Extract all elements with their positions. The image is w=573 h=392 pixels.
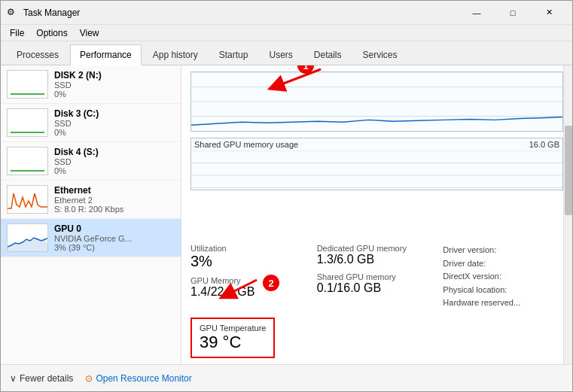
tab-app-history[interactable]: App history xyxy=(143,44,208,65)
tab-bar: Processes Performance App history Startu… xyxy=(1,41,572,65)
gpu-memory-label: GPU Memory xyxy=(190,276,311,285)
ethernet-name: Ethernet xyxy=(54,185,175,196)
tab-performance[interactable]: Performance xyxy=(70,44,142,65)
disk4-info: Disk 4 (S:) SSD 0% xyxy=(54,147,175,175)
menu-options[interactable]: Options xyxy=(30,25,73,41)
ethernet-info: Ethernet Ethernet 2 S: 8.0 R: 200 Kbps xyxy=(54,185,175,214)
dedicated-gpu-label: Dedicated GPU memory xyxy=(317,244,437,253)
menu-file[interactable]: File xyxy=(4,25,30,41)
maximize-button[interactable]: □ xyxy=(495,1,530,25)
disk3-pct: 0% xyxy=(54,128,175,137)
gpu0-pct: 3% (39 °C) xyxy=(54,243,175,252)
window-title: Task Manager xyxy=(23,8,80,18)
shared-gpu-label: Shared GPU memory xyxy=(317,272,437,281)
chevron-up-icon: ∨ xyxy=(10,373,17,384)
tab-startup[interactable]: Startup xyxy=(209,44,258,65)
ethernet-thumbnail xyxy=(7,185,48,214)
dedicated-gpu-value: 1.3/6.0 GB xyxy=(317,253,437,266)
disk2-pct: 0% xyxy=(54,90,175,99)
disk4-thumbnail xyxy=(7,147,48,175)
disk2-name: DISK 2 (N:) xyxy=(54,70,175,81)
main-panel: Shared GPU memory usage 16.0 GB Utilizat… xyxy=(181,65,572,364)
tab-users[interactable]: Users xyxy=(259,44,302,65)
sidebar-item-disk4[interactable]: Disk 4 (S:) SSD 0% xyxy=(1,142,181,181)
shared-gpu-memory-chart: Shared GPU memory usage 16.0 GB xyxy=(190,138,563,190)
menu-view[interactable]: View xyxy=(74,25,105,41)
shared-gpu-value: 0.1/16.0 GB xyxy=(317,281,437,295)
scrollbar-thumb[interactable] xyxy=(565,126,572,215)
disk2-thumbnail xyxy=(7,70,48,99)
disk3-thumbnail xyxy=(7,108,48,137)
sidebar-item-disk3[interactable]: Disk 3 (C:) SSD 0% xyxy=(1,104,181,142)
title-bar-left: ⚙ Task Manager xyxy=(7,7,80,19)
sidebar-item-gpu0[interactable]: GPU 0 NVIDIA GeForce G... 3% (39 °C) xyxy=(1,219,181,257)
fewer-details-label: Fewer details xyxy=(20,373,73,384)
open-resource-monitor-label: Open Resource Monitor xyxy=(96,373,191,384)
menu-bar: File Options View xyxy=(1,25,572,41)
stats-row: Utilization 3% GPU Memory 1.4/22.0 GB De… xyxy=(190,244,563,310)
footer: ∨ Fewer details ⊙ Open Resource Monitor xyxy=(1,364,572,391)
driver-date: Driver date: xyxy=(443,257,563,271)
gpu0-sub1: NVIDIA GeForce G... xyxy=(54,234,175,243)
fewer-details-button[interactable]: ∨ Fewer details xyxy=(10,373,73,384)
utilization-label: Utilization xyxy=(190,244,311,253)
gpu-thumbnail xyxy=(7,223,48,252)
sidebar-item-disk2[interactable]: DISK 2 (N:) SSD 0% xyxy=(1,65,181,104)
hw-reserved: Hardware reserved... xyxy=(443,296,563,310)
gpu-temp-box: GPU Temperature 39 °C xyxy=(190,318,275,358)
gpu-memory-value: 1.4/22.0 GB xyxy=(190,285,311,299)
utilization-value: 3% xyxy=(190,253,311,270)
gpu-temp-value: 39 °C xyxy=(200,333,266,352)
minimize-button[interactable]: — xyxy=(459,1,494,25)
window-controls: — □ ✕ xyxy=(459,1,566,25)
disk3-info: Disk 3 (C:) SSD 0% xyxy=(54,108,175,137)
tab-services[interactable]: Services xyxy=(353,44,407,65)
gpu-memory-stat: Dedicated GPU memory 1.3/6.0 GB Shared G… xyxy=(317,244,437,310)
ethernet-sub1: Ethernet 2 xyxy=(54,196,175,205)
app-icon: ⚙ xyxy=(7,7,19,19)
driver-info-block: Driver version: Driver date: DirectX ver… xyxy=(443,244,563,310)
ethernet-pct: S: 8.0 R: 200 Kbps xyxy=(54,205,175,214)
disk2-sub1: SSD xyxy=(54,81,175,90)
vertical-scrollbar[interactable] xyxy=(563,65,572,364)
disk4-name: Disk 4 (S:) xyxy=(54,147,175,157)
driver-version: Driver version: xyxy=(443,244,563,257)
disk3-name: Disk 3 (C:) xyxy=(54,108,175,119)
utilization-stat: Utilization 3% GPU Memory 1.4/22.0 GB xyxy=(190,244,311,310)
task-manager-window: ⚙ Task Manager — □ ✕ File Options View P… xyxy=(0,0,573,392)
disk3-sub1: SSD xyxy=(54,119,175,128)
gpu-utilization-chart xyxy=(190,71,563,132)
sidebar-item-ethernet[interactable]: Ethernet Ethernet 2 S: 8.0 R: 200 Kbps xyxy=(1,181,181,219)
disk4-sub1: SSD xyxy=(54,157,175,166)
chart-mem-label: Shared GPU memory usage xyxy=(194,140,298,149)
title-bar: ⚙ Task Manager — □ ✕ xyxy=(1,1,572,25)
content-area: DISK 2 (N:) SSD 0% Disk 3 (C:) SSD 0% xyxy=(1,65,572,364)
gpu0-info: GPU 0 NVIDIA GeForce G... 3% (39 °C) xyxy=(54,223,175,252)
open-resource-monitor-link[interactable]: ⊙ Open Resource Monitor xyxy=(85,373,191,384)
chart-mem-value: 16.0 GB xyxy=(529,140,559,149)
tab-processes[interactable]: Processes xyxy=(7,44,69,65)
gpu-temp-section: GPU Temperature 39 °C xyxy=(190,315,563,358)
directx-version: DirectX version: xyxy=(443,270,563,284)
gpu0-name: GPU 0 xyxy=(54,223,175,234)
physical-location: Physical location: xyxy=(443,284,563,297)
sidebar: DISK 2 (N:) SSD 0% Disk 3 (C:) SSD 0% xyxy=(1,65,181,364)
tab-details[interactable]: Details xyxy=(304,44,352,65)
monitor-icon: ⊙ xyxy=(85,373,93,384)
chart-section: Shared GPU memory usage 16.0 GB xyxy=(190,71,563,238)
disk2-info: DISK 2 (N:) SSD 0% xyxy=(54,70,175,99)
disk4-pct: 0% xyxy=(54,166,175,175)
gpu-temp-label: GPU Temperature xyxy=(200,324,266,333)
close-button[interactable]: ✕ xyxy=(532,1,566,25)
